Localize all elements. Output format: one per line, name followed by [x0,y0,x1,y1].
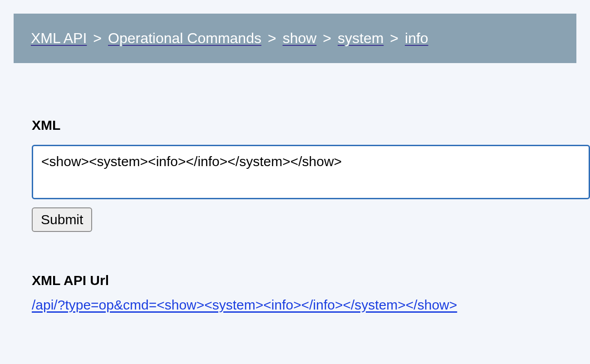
main-content: XML Submit XML API Url /api/?type=op&cmd… [0,118,590,313]
submit-button[interactable]: Submit [32,207,92,232]
breadcrumb-xml-api[interactable]: XML API [31,30,87,47]
url-section-label: XML API Url [32,273,576,288]
breadcrumb-separator: > [323,30,331,47]
breadcrumb-system[interactable]: system [338,30,384,47]
xml-api-url-link[interactable]: /api/?type=op&cmd=<show><system><info></… [32,297,457,312]
breadcrumb: XML API > Operational Commands > show > … [31,30,559,47]
breadcrumb-separator: > [268,30,276,47]
breadcrumb-separator: > [390,30,398,47]
breadcrumb-bar: XML API > Operational Commands > show > … [14,14,576,63]
breadcrumb-operational-commands[interactable]: Operational Commands [108,30,261,47]
xml-section-label: XML [32,118,576,133]
breadcrumb-info[interactable]: info [405,30,428,47]
breadcrumb-show[interactable]: show [283,30,317,47]
xml-input[interactable] [32,145,590,199]
breadcrumb-separator: > [93,30,102,47]
